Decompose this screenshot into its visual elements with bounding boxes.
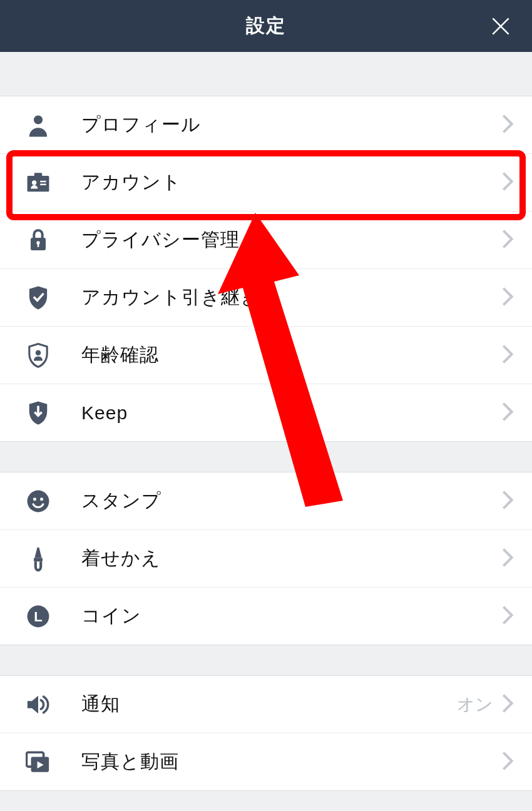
row-stamps[interactable]: スタンプ: [0, 472, 532, 529]
row-notifications[interactable]: 通知 オン: [0, 676, 532, 733]
section-gap: [0, 645, 532, 675]
svg-point-2: [34, 115, 43, 124]
row-label: コイン: [81, 603, 502, 629]
row-label: アカウント: [81, 170, 502, 195]
row-coins[interactable]: L コイン: [0, 587, 532, 645]
svg-point-5: [32, 180, 36, 185]
chevron-right-icon: [502, 548, 513, 569]
chevron-right-icon: [502, 230, 513, 251]
svg-point-14: [33, 497, 36, 501]
row-keep[interactable]: Keep: [0, 384, 532, 441]
chevron-right-icon: [502, 345, 513, 366]
chevron-right-icon: [502, 491, 513, 512]
coin-icon: L: [24, 604, 53, 628]
chevron-right-icon: [502, 752, 513, 773]
svg-point-15: [40, 497, 43, 501]
chevron-right-icon: [502, 402, 513, 424]
row-label: プライバシー管理: [81, 227, 502, 253]
row-label: 着せかえ: [81, 546, 502, 571]
row-age-verification[interactable]: 年齢確認: [0, 326, 532, 384]
shield-user-icon: [24, 343, 53, 368]
lock-icon: [24, 228, 53, 253]
chevron-right-icon: [502, 694, 513, 715]
svg-rect-16: [34, 558, 43, 561]
row-label: 通知: [81, 691, 457, 717]
row-label: Keep: [81, 402, 502, 424]
smile-icon: [24, 489, 53, 513]
settings-section-general: 通知 オン 写真と動画: [0, 675, 532, 791]
row-themes[interactable]: 着せかえ: [0, 529, 532, 587]
row-photos-videos[interactable]: 写真と動画: [0, 733, 532, 790]
svg-rect-6: [40, 180, 46, 181]
shield-check-icon: [24, 285, 53, 310]
section-gap: [0, 52, 532, 96]
svg-point-13: [28, 490, 49, 512]
svg-rect-10: [38, 243, 39, 247]
settings-section-shop: スタンプ 着せかえ L コイン: [0, 472, 532, 645]
row-value: オン: [457, 693, 493, 717]
row-label: プロフィール: [81, 112, 502, 138]
id-card-icon: [24, 172, 53, 193]
section-gap: [0, 442, 532, 472]
chevron-right-icon: [502, 172, 513, 193]
row-profile[interactable]: プロフィール: [0, 96, 532, 153]
svg-rect-4: [34, 173, 43, 176]
speaker-icon: [24, 693, 53, 716]
page-title: 設定: [246, 13, 286, 39]
media-icon: [24, 751, 53, 773]
chevron-right-icon: [502, 606, 513, 627]
close-icon: [489, 14, 513, 38]
row-label: 写真と動画: [81, 749, 502, 775]
svg-text:L: L: [34, 608, 43, 624]
close-button[interactable]: [487, 13, 514, 40]
row-label: アカウント引き継ぎ: [81, 285, 502, 310]
brush-icon: [24, 546, 53, 572]
row-account[interactable]: アカウント: [0, 153, 532, 211]
row-label: スタンプ: [81, 488, 502, 514]
header: 設定: [0, 0, 532, 52]
svg-rect-7: [40, 183, 46, 185]
user-icon: [24, 113, 53, 138]
row-privacy[interactable]: プライバシー管理: [0, 211, 532, 268]
row-label: 年齢確認: [81, 342, 502, 368]
chevron-right-icon: [502, 115, 513, 136]
settings-section-account: プロフィール アカウント プライバシー管理 アカウント引き継ぎ: [0, 96, 532, 442]
svg-rect-3: [28, 175, 49, 191]
chevron-right-icon: [502, 287, 513, 309]
svg-point-11: [36, 350, 41, 355]
row-account-transfer[interactable]: アカウント引き継ぎ: [0, 268, 532, 326]
download-icon: [24, 400, 53, 426]
